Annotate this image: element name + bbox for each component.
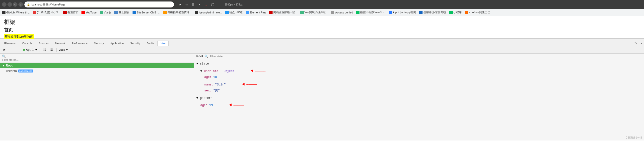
- jingci-favicon: [163, 11, 167, 14]
- devtools-panel: Elements Console Sources Network Perform…: [0, 38, 644, 140]
- tab-security[interactable]: Security: [127, 40, 143, 46]
- url-text: localhost:8888/#/HomePage: [31, 3, 65, 6]
- right-root-label: Root: [196, 54, 203, 58]
- right-panel: Root 🔍 ▼ state ▼ userInfo: [194, 54, 644, 140]
- extension-icon[interactable]: ▭: [184, 2, 189, 7]
- forward-button[interactable]: →: [8, 2, 12, 7]
- vue-favicon: [100, 11, 103, 14]
- bookmark-vuejs[interactable]: Vue.js: [100, 11, 111, 14]
- filter-state-input[interactable]: [210, 55, 642, 58]
- back-button[interactable]: ←: [2, 2, 6, 7]
- bookmark-siteserver[interactable]: SiteServer CMS -...: [132, 11, 160, 14]
- tab-network[interactable]: Network: [52, 40, 68, 46]
- root-triangle-icon: ▼: [2, 64, 6, 67]
- bookmark-weixin[interactable]: 微信小程序JavaScr...: [356, 10, 386, 14]
- tab-elements[interactable]: Elements: [1, 40, 19, 46]
- bookmark-dizhi[interactable]: 驰士控台: [114, 10, 130, 14]
- toolbar-list-icon[interactable]: ☰: [49, 48, 54, 52]
- bookmark-input-uniapp[interactable]: input | uni-app官网: [389, 10, 416, 14]
- userinfo-type: Object: [224, 70, 234, 73]
- state-tree: ▼ state ▼ userInfo : Object ◄ —————: [194, 59, 644, 113]
- lqsong-favicon: [195, 11, 198, 14]
- toolbar-inspect-icon[interactable]: ▶: [2, 48, 7, 52]
- bookmark-miniapp[interactable]: 小程序: [449, 10, 462, 14]
- devtools-refresh-icon[interactable]: ↻: [633, 41, 638, 46]
- state-section: ▼ state ▼ userInfo : Object ◄ —————: [196, 61, 642, 94]
- getter-age-value: 19: [209, 104, 213, 107]
- homepage-title: 首页: [4, 27, 640, 33]
- wangyi-favicon: [269, 11, 272, 14]
- toolbar-back-btn[interactable]: ←: [8, 48, 14, 52]
- youtube-favicon: [82, 11, 85, 14]
- bookmark-access-denied[interactable]: Access denied: [331, 11, 353, 14]
- tab-sources[interactable]: Sources: [36, 40, 52, 46]
- user-icon[interactable]: ◯: [210, 2, 215, 7]
- filter-stores-bar[interactable]: 🔍: [0, 54, 194, 63]
- store-tree: ▼ Root userInfo namespaced: [0, 63, 194, 140]
- store-userinfo-item[interactable]: userInfo namespaced: [0, 68, 194, 74]
- getters-label-row: ▼ getters: [196, 96, 642, 101]
- menu-icon[interactable]: ⋮: [216, 2, 222, 7]
- bookmark-iconfont[interactable]: iconfont-阿里巴巴...: [465, 10, 492, 14]
- tab-vue[interactable]: Vue: [158, 40, 169, 46]
- address-bar[interactable]: 🔒 localhost:8888/#/HomePage: [24, 2, 174, 8]
- arrow-annotation-3: ◄: [229, 102, 232, 107]
- watermark: CSDN@小小S: [626, 136, 642, 140]
- devtools-body: 🔍 ▼ Root userInfo namespaced Root 🔍: [0, 54, 644, 140]
- sex-key: sex:: [204, 89, 212, 92]
- bookmark-jingci[interactable]: 菁磁福常易通软件...: [163, 10, 192, 14]
- app-selector[interactable]: App 1 ▼: [23, 48, 38, 52]
- bookmark-youtube[interactable]: YouTube: [82, 11, 96, 14]
- bookmark-github[interactable]: GitHub: Where th...: [2, 11, 30, 14]
- toolbar-grid-icon[interactable]: ☷: [42, 48, 47, 52]
- tab-memory[interactable]: Memory: [91, 40, 107, 46]
- tab-audits[interactable]: Audits: [143, 40, 158, 46]
- root-label: Root: [6, 64, 12, 67]
- sex-row: sex: "男": [196, 88, 642, 94]
- bookmark-lqsong[interactable]: lqsong/admin-ele...: [195, 11, 222, 14]
- search-icon: 🔍: [2, 54, 6, 58]
- store-root-item[interactable]: ▼ Root: [0, 63, 194, 68]
- devtools-toolbar: ▶ ← → App 1 ▼ ☷ ☰ Vuex ▼: [0, 46, 644, 54]
- settings-icon[interactable]: ☰: [190, 2, 196, 7]
- home-button[interactable]: ⌂: [18, 2, 23, 7]
- tab-console[interactable]: Console: [19, 40, 36, 46]
- star-icon[interactable]: ★: [178, 2, 183, 7]
- name-key: name:: [204, 83, 213, 86]
- framework-title: 框架: [4, 18, 640, 26]
- bookmark-youdao[interactable]: 有道首页: [63, 10, 78, 14]
- userinfo-colon: :: [220, 70, 224, 73]
- tab-performance[interactable]: Performance: [68, 40, 91, 46]
- siteserver-favicon: [132, 11, 136, 14]
- tab-application[interactable]: Application: [107, 40, 127, 46]
- bookmark-51[interactable]: (51条消息) 小小S...: [33, 10, 60, 14]
- getters-label: getters: [200, 96, 212, 100]
- age-key: age:: [204, 76, 212, 79]
- toolbar-forward-btn[interactable]: →: [16, 48, 22, 52]
- userinfo-key: userInfo: [204, 70, 218, 73]
- youdao-favicon: [63, 11, 67, 14]
- app-dropdown-icon: ▼: [35, 48, 38, 52]
- close-icon[interactable]: ×: [197, 2, 202, 7]
- access-favicon: [331, 11, 334, 14]
- bookmark-vue-sub[interactable]: Vue实现子组件渲...: [300, 10, 328, 14]
- state-label: state: [200, 62, 209, 66]
- devtools-close-icon[interactable]: ×: [639, 41, 644, 46]
- size-label: 2580px × 175px: [225, 3, 242, 6]
- nav-buttons: ← → ↻ ⌂: [2, 2, 23, 7]
- arrow-down-icon[interactable]: ↓: [203, 2, 209, 7]
- userinfo-label: userInfo: [6, 69, 17, 73]
- arrow-line-3: —————: [234, 103, 244, 107]
- bookmark-credit[interactable]: 信用评价-东营考核: [419, 10, 446, 14]
- filter-stores-input[interactable]: [2, 58, 192, 61]
- reload-button[interactable]: ↻: [13, 2, 18, 7]
- iconfont-favicon: [465, 11, 468, 14]
- bookmark-wangyi[interactable]: 网易企业邮箱 - 登...: [269, 10, 297, 14]
- devtools-tabs: Elements Console Sources Network Perform…: [0, 38, 644, 46]
- github-favicon: [2, 11, 6, 14]
- arrow-annotation-1: ◄: [250, 68, 253, 73]
- bookmark-element-plus[interactable]: Element Plus: [246, 11, 266, 14]
- app-label: App 1: [26, 48, 34, 52]
- bookmark-hapan[interactable]: 哈盘 - 啤道: [225, 10, 243, 14]
- state-label-row: ▼ state: [196, 61, 642, 67]
